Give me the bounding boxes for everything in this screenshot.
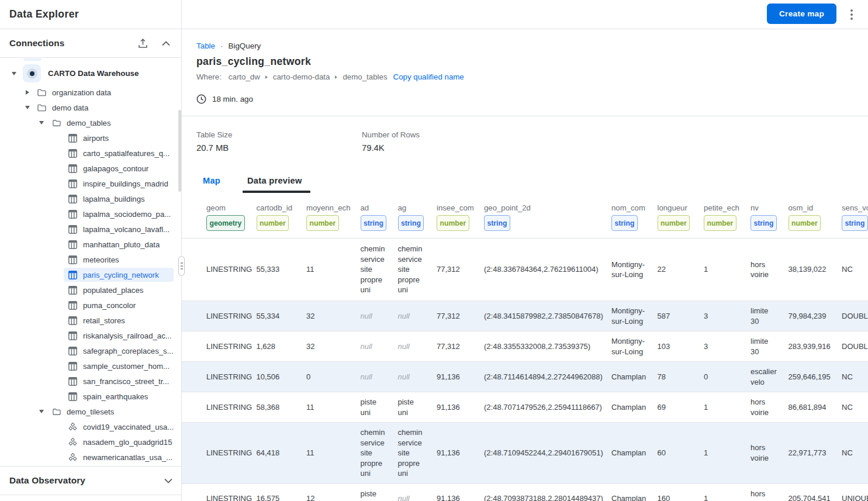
collapse-connections-button[interactable] — [160, 37, 172, 50]
tree-item-lapalma-volcano-lavafl[interactable]: lapalma_volcano_lavafl... — [0, 222, 181, 237]
breadcrumb-table-link[interactable]: Table — [196, 42, 215, 50]
cell-nom_com: Champlan — [611, 489, 658, 501]
tree-item-san-francisco-street-tr[interactable]: san_francisco_street_tr... — [0, 374, 181, 389]
cell-nom_com: Champlan — [611, 443, 658, 463]
table-row-2: LINESTRING55,33432nullnull77,312(2:48.34… — [182, 301, 868, 331]
stat-value: 20.7 MB — [196, 143, 229, 153]
tree-item-lapalma-buildings[interactable]: lapalma_buildings — [0, 191, 181, 206]
caret-down-icon[interactable] — [25, 106, 30, 109]
column-type-badge: number — [437, 215, 469, 231]
create-map-button[interactable]: Create map — [767, 4, 836, 24]
tree-item-galapagos-contour[interactable]: galapagos_contour — [0, 161, 181, 176]
tree-item-inspire-buildings-madrid[interactable]: inspire_buildings_madrid — [0, 176, 181, 191]
cell-cartodb_id: 10,506 — [257, 367, 307, 387]
tree-item-covid19-vaccinated-usa[interactable]: covid19_vaccinated_usa... — [0, 419, 181, 434]
table-icon — [68, 301, 77, 310]
sidebar-resize-handle[interactable] — [178, 256, 185, 276]
cell-geom: LINESTRING — [206, 398, 257, 417]
tree-item-label: retail_stores — [83, 316, 125, 325]
cell-ag: null — [398, 489, 437, 501]
cell-osm_id: 86,681,894 — [789, 398, 842, 417]
tree-item-label: galapagos_contour — [83, 164, 148, 173]
tree-item-label: riskanalysis_railroad_ac... — [83, 331, 172, 340]
tree-item-spain-earthquakes[interactable]: spain_earthquakes — [0, 389, 181, 404]
tree-item-label: demo_tilesets — [67, 407, 114, 416]
copy-qualified-name-link[interactable]: Copy qualified name — [393, 72, 464, 81]
sidebar: Data Explorer Connections CARTO Data War — [0, 0, 182, 501]
cell-nom_com: Champlan — [611, 367, 658, 387]
tree-item-newamericanatlas-usa[interactable]: newamericanatlas_usa_... — [0, 450, 181, 465]
tree-item-riskanalysis-railroad-ac[interactable]: riskanalysis_railroad_ac... — [0, 328, 181, 343]
tree-item-puma-concolor[interactable]: puma_concolor — [0, 298, 181, 313]
column-type-badge: string — [361, 215, 387, 231]
tree-item-label: populated_places — [83, 286, 143, 295]
tree-item-carto-data-warehouse[interactable]: CARTO Data Warehouse — [0, 61, 181, 85]
tree-item-meteorites[interactable]: meteorites — [0, 252, 181, 267]
cell-ad: null — [361, 306, 398, 326]
tree-item-airports[interactable]: airports — [0, 130, 181, 146]
tree-item-populated-places[interactable]: populated_places — [0, 282, 181, 298]
more-options-button[interactable] — [848, 6, 856, 23]
caret-down-icon[interactable] — [12, 72, 16, 75]
cell-petite_ech: 3 — [704, 337, 751, 357]
cell-nv: hors voirie — [751, 438, 789, 468]
tree-item-paris-cycling-network[interactable]: paris_cycling_network — [0, 267, 181, 282]
cell-osm_id: 22,971,773 — [789, 443, 842, 463]
column-name: geom — [206, 203, 226, 212]
cell-osm_id: 205,704,541 — [789, 489, 842, 501]
table-row-7: LINESTRING16,57512piste uninull91,136(2:… — [182, 484, 868, 501]
cell-nv: escalier velo — [751, 362, 789, 392]
cell-geom: LINESTRING — [206, 367, 257, 387]
import-data-button[interactable] — [136, 37, 149, 50]
cell-geom: LINESTRING — [206, 306, 257, 326]
cell-sens_vo: UNIQUE — [842, 489, 868, 501]
page-title: Data Explorer — [0, 0, 181, 29]
stat-value: 79.4K — [362, 143, 385, 153]
cell-geom: LINESTRING — [206, 489, 257, 501]
caret-down-icon[interactable] — [39, 410, 44, 413]
tree-item-demo-tilesets[interactable]: demo_tilesets — [0, 404, 181, 419]
tree-item-demo-tables[interactable]: demo_tables — [0, 115, 181, 130]
cell-ad: null — [361, 337, 398, 357]
sidebar-scrollbar[interactable] — [178, 110, 181, 192]
cell-longueur: 587 — [658, 306, 704, 326]
tree-item-label: demo data — [52, 103, 88, 112]
tree-item-lapalma-sociodemo-pa[interactable]: lapalma_sociodemo_pa... — [0, 206, 181, 222]
cell-osm_id: 38,139,022 — [789, 260, 842, 279]
tree-item-organization-data[interactable]: organization data — [0, 85, 181, 100]
expand-data-observatory-button[interactable] — [164, 475, 172, 486]
tree-item-label: san_francisco_street_tr... — [83, 377, 169, 386]
folder-icon — [53, 119, 61, 127]
cell-petite_ech: 1 — [704, 260, 751, 279]
table-row-3: LINESTRING1,62832nullnull77,312(2:48.335… — [182, 331, 868, 362]
tree-item-label: carto_spatialfeatures_q... — [83, 149, 170, 158]
cell-longueur: 22 — [658, 260, 704, 279]
data-observatory-section-header[interactable]: Data Observatory — [0, 466, 181, 495]
tree-item-carto-spatialfeatures-q[interactable]: carto_spatialfeatures_q... — [0, 146, 181, 161]
caret-right-icon[interactable] — [26, 90, 29, 95]
caret-down-icon[interactable] — [39, 121, 44, 125]
tree-item-demo-data[interactable]: demo data — [0, 100, 181, 115]
chevron-up-icon — [162, 41, 170, 46]
column-type-badge: string — [611, 215, 638, 231]
column-type-badge: string — [398, 215, 424, 231]
column-type-badge: string — [842, 215, 868, 231]
column-type-badge: string — [751, 215, 777, 231]
cell-ag: chemin service site propre uni — [398, 423, 437, 483]
tree-item-manhattan-pluto-data[interactable]: manhattan_pluto_data — [0, 237, 181, 252]
cell-insee_com: 91,136 — [437, 443, 484, 463]
tree-item-sample-customer-hom[interactable]: sample_customer_hom... — [0, 358, 181, 374]
tree-item-safegraph-coreplaces-s[interactable]: safegraph_coreplaces_s... — [0, 343, 181, 358]
tree-item-nasadem-glo-quadgrid15[interactable]: nasadem_glo_quadgrid15 — [0, 434, 181, 450]
tree-item-label: meteorites — [83, 255, 119, 264]
tree-item-label: demo_tables — [67, 119, 111, 127]
cell-insee_com: 77,312 — [437, 306, 484, 326]
connections-section-header[interactable]: Connections — [0, 29, 181, 58]
tab-data-preview[interactable]: Data preview — [247, 168, 302, 193]
clock-icon — [196, 94, 206, 104]
tree-item-label: manhattan_pluto_data — [83, 240, 160, 249]
data-explorer-app: Data Explorer Connections CARTO Data War — [0, 0, 868, 501]
tab-map[interactable]: Map — [203, 168, 220, 193]
tree-item-retail-stores[interactable]: retail_stores — [0, 313, 181, 328]
cell-longueur: 60 — [658, 443, 704, 463]
